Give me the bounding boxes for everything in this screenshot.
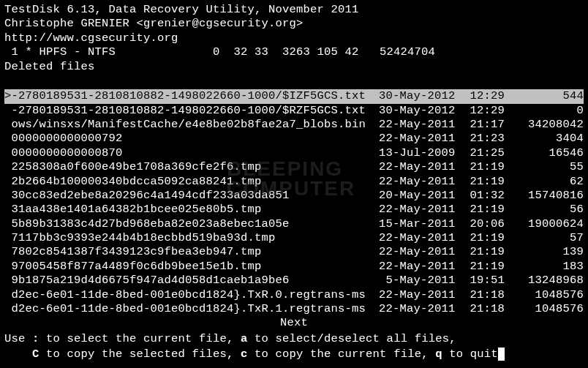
partition-info: 1 * HPFS - NTFS 0 32 33 3263 105 42 5242… bbox=[4, 45, 584, 59]
file-name: 7117bb3c9393e244b4b18ecbbd519ba93d.tmp bbox=[4, 231, 379, 245]
app-title: TestDisk 6.13, Data Recovery Utility, No… bbox=[4, 3, 584, 17]
blank-line bbox=[4, 74, 584, 88]
file-row[interactable]: 000000000000079222-May-2011 21:233404 bbox=[4, 132, 584, 146]
file-row[interactable]: d2ec-6e01-11de-8bed-001e0bcd1824}.TxR.0.… bbox=[4, 288, 584, 302]
file-name: ows/winsxs/ManifestCache/e4e8be02b8fae2a… bbox=[4, 118, 379, 132]
file-date: 5-May-2011 bbox=[379, 274, 463, 288]
file-row[interactable]: >-2780189531-2810810882-1498022660-1000/… bbox=[4, 89, 584, 103]
file-size: 1048576 bbox=[505, 288, 584, 302]
file-date: 15-Mar-2011 bbox=[379, 217, 463, 231]
file-date: 22-May-2011 bbox=[379, 175, 463, 189]
file-name: 2258308a0f600e49be1708a369cfe2f6.tmp bbox=[4, 160, 379, 174]
key-a: a bbox=[241, 332, 248, 345]
file-time: 21:18 bbox=[463, 302, 505, 316]
file-date: 22-May-2011 bbox=[379, 231, 463, 245]
file-name: 9b1875a219d4d6675f947ad4d058d1caeb1a9be6 bbox=[4, 274, 379, 288]
file-size: 56 bbox=[505, 203, 584, 217]
file-date: 22-May-2011 bbox=[379, 288, 463, 302]
file-row[interactable]: ows/winsxs/ManifestCache/e4e8be02b8fae2a… bbox=[4, 118, 584, 132]
file-size: 183 bbox=[505, 260, 584, 274]
file-size: 16546 bbox=[505, 146, 584, 160]
file-name: 0000000000000870 bbox=[4, 146, 379, 160]
file-size: 19000624 bbox=[505, 217, 584, 231]
file-row[interactable]: 5b89b31383c4d27bd968eba82e023a8ebec1a05e… bbox=[4, 217, 584, 231]
file-row[interactable]: 30cc83ed2ebe8a20296c4a1494cdf233a03da851… bbox=[4, 189, 584, 203]
file-name: -2780189531-2810810882-1498022660-1000/$… bbox=[4, 104, 379, 118]
file-name: 30cc83ed2ebe8a20296c4a1494cdf233a03da851 bbox=[4, 189, 379, 203]
file-size: 62 bbox=[505, 175, 584, 189]
file-time: 21:19 bbox=[463, 260, 505, 274]
file-row[interactable]: -2780189531-2810810882-1498022660-1000/$… bbox=[4, 104, 584, 118]
file-name: 7802c8541387f3439123c9fbea3eb947.tmp bbox=[4, 245, 379, 259]
file-name: 31aa438e1401a64382b1bcee025e80b5.tmp bbox=[4, 203, 379, 217]
file-size: 0 bbox=[505, 104, 584, 118]
file-time: 21:23 bbox=[463, 132, 505, 146]
next-indicator: Next bbox=[4, 316, 584, 330]
help-line-2: C to copy the selected files, c to copy … bbox=[4, 348, 584, 361]
file-time: 21:19 bbox=[463, 175, 505, 189]
app-url: http://www.cgsecurity.org bbox=[4, 31, 584, 45]
file-time: 21:19 bbox=[463, 160, 505, 174]
file-row[interactable]: 9b1875a219d4d6675f947ad4d058d1caeb1a9be6… bbox=[4, 274, 584, 288]
file-time: 21:17 bbox=[463, 118, 505, 132]
file-date: 22-May-2011 bbox=[379, 245, 463, 259]
file-name: 5b89b31383c4d27bd968eba82e023a8ebec1a05e bbox=[4, 217, 379, 231]
file-row[interactable]: 31aa438e1401a64382b1bcee025e80b5.tmp22-M… bbox=[4, 203, 584, 217]
file-row[interactable]: 97005458f877a4489f0c6db9bee15e1b.tmp22-M… bbox=[4, 260, 584, 274]
file-date: 22-May-2011 bbox=[379, 302, 463, 316]
author-line: Christophe GRENIER <grenier@cgsecurity.o… bbox=[4, 17, 584, 31]
file-time: 20:06 bbox=[463, 217, 505, 231]
file-row[interactable]: 7117bb3c9393e244b4b18ecbbd519ba93d.tmp22… bbox=[4, 231, 584, 245]
file-date: 22-May-2011 bbox=[379, 160, 463, 174]
file-date: 22-May-2011 bbox=[379, 260, 463, 274]
file-date: 13-Jul-2009 bbox=[379, 146, 463, 160]
file-list[interactable]: >-2780189531-2810810882-1498022660-1000/… bbox=[4, 89, 584, 316]
file-row[interactable]: 7802c8541387f3439123c9fbea3eb947.tmp22-M… bbox=[4, 245, 584, 259]
file-time: 21:19 bbox=[463, 231, 505, 245]
file-row[interactable]: 000000000000087013-Jul-2009 21:2516546 bbox=[4, 146, 584, 160]
file-date: 22-May-2011 bbox=[379, 118, 463, 132]
file-size: 15740816 bbox=[505, 189, 584, 203]
file-time: 19:51 bbox=[463, 274, 505, 288]
file-size: 55 bbox=[505, 160, 584, 174]
file-time: 01:32 bbox=[463, 189, 505, 203]
file-time: 21:19 bbox=[463, 203, 505, 217]
file-size: 3404 bbox=[505, 132, 584, 146]
file-time: 12:29 bbox=[463, 89, 505, 103]
file-size: 1048576 bbox=[505, 302, 584, 316]
file-name: d2ec-6e01-11de-8bed-001e0bcd1824}.TxR.0.… bbox=[4, 288, 379, 302]
key-q: q bbox=[435, 348, 442, 361]
file-name: 97005458f877a4489f0c6db9bee15e1b.tmp bbox=[4, 260, 379, 274]
file-size: 139 bbox=[505, 245, 584, 259]
key-lower-c: c bbox=[241, 348, 248, 361]
file-name: 0000000000000792 bbox=[4, 132, 379, 146]
file-date: 22-May-2011 bbox=[379, 132, 463, 146]
file-date: 30-May-2012 bbox=[379, 104, 463, 118]
file-time: 21:18 bbox=[463, 288, 505, 302]
file-name: 2b2664b100000340bdcca5092ca88241.tmp bbox=[4, 175, 379, 189]
file-name: >-2780189531-2810810882-1498022660-1000/… bbox=[4, 89, 379, 103]
file-time: 12:29 bbox=[463, 104, 505, 118]
file-row[interactable]: d2ec-6e01-11de-8bed-001e0bcd1824}.TxR.1.… bbox=[4, 302, 584, 316]
file-date: 30-May-2012 bbox=[379, 89, 463, 103]
file-time: 21:25 bbox=[463, 146, 505, 160]
key-upper-c: C bbox=[32, 348, 39, 361]
file-date: 20-May-2011 bbox=[379, 189, 463, 203]
mode-label: Deleted files bbox=[4, 60, 584, 74]
help-line-1: Use : to select the current file, a to s… bbox=[4, 332, 584, 346]
file-size: 57 bbox=[505, 231, 584, 245]
file-size: 13248968 bbox=[505, 274, 584, 288]
file-name: d2ec-6e01-11de-8bed-001e0bcd1824}.TxR.1.… bbox=[4, 302, 379, 316]
file-date: 22-May-2011 bbox=[379, 203, 463, 217]
file-size: 34208042 bbox=[505, 118, 584, 132]
key-colon: : bbox=[32, 332, 39, 345]
file-size: 544 bbox=[505, 89, 584, 103]
file-time: 21:19 bbox=[463, 245, 505, 259]
file-row[interactable]: 2b2664b100000340bdcca5092ca88241.tmp22-M… bbox=[4, 175, 584, 189]
file-row[interactable]: 2258308a0f600e49be1708a369cfe2f6.tmp22-M… bbox=[4, 160, 584, 174]
